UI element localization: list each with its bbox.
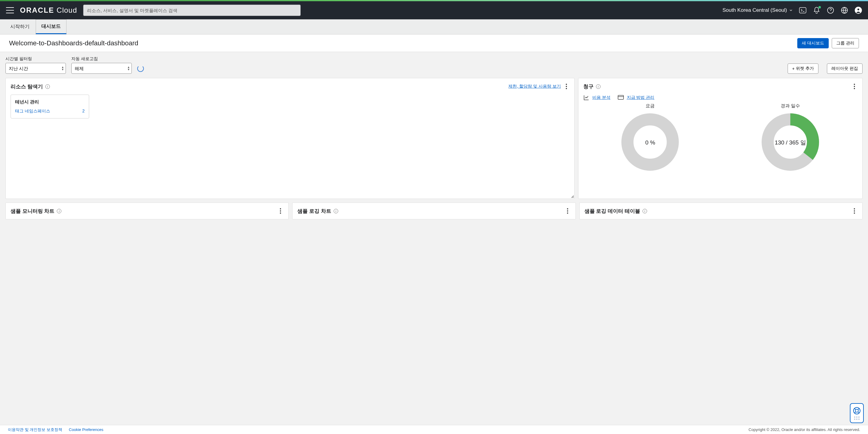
days-label: 경과 일수 (723, 103, 858, 109)
lower-widget-row: 샘플 모니터링 차트 i 샘플 로깅 차트 i 샘플 로깅 데이터 테이블 i (0, 203, 868, 223)
widget-menu-icon[interactable] (851, 207, 858, 215)
days-donut: 경과 일수 130 / 365 일 (723, 103, 858, 173)
widget-title: 샘플 로깅 데이터 테이블 (585, 208, 640, 215)
add-widget-button[interactable]: +위젯 추가 (787, 63, 818, 74)
auto-refresh-select[interactable]: 해제 (71, 63, 132, 74)
cloud-shell-icon[interactable] (799, 7, 806, 14)
payment-methods-link[interactable]: 지급 방법 관리 (627, 95, 655, 100)
info-icon[interactable]: i (45, 84, 50, 89)
info-icon[interactable]: i (596, 84, 600, 89)
info-icon[interactable]: i (334, 209, 338, 213)
page-title: Welcome-to-Dashboards-default-dashboard (9, 39, 797, 47)
info-icon[interactable]: i (643, 209, 647, 213)
widget-title: 샘플 로깅 차트 (298, 208, 331, 215)
global-search (83, 4, 301, 16)
new-dashboard-button[interactable]: 새 대시보드 (797, 38, 829, 49)
widget-title: 청구 (583, 83, 594, 90)
charge-label: 요금 (583, 103, 717, 109)
global-header: ORACLE Cloud South Korea Central (Seoul) (0, 1, 868, 19)
time-filter-control: 시간별 필터링 지난 시간 ▲▼ (5, 56, 66, 74)
cost-analysis-link[interactable]: 비용 분석 (592, 95, 611, 100)
svg-rect-5 (618, 95, 623, 99)
widget-menu-icon[interactable] (851, 83, 858, 90)
region-label: South Korea Central (Seoul) (722, 7, 787, 13)
days-value: 130 / 365 일 (775, 139, 806, 147)
plus-icon: + (792, 66, 795, 71)
widget-title: 리소스 탐색기 (10, 83, 43, 90)
header-icons (799, 7, 862, 14)
resource-explorer-widget: 리소스 탐색기 i 제한, 할당량 및 사용량 보기 테넌시 관리 태그 네임스… (5, 78, 575, 199)
tenancy-card: 테넌시 관리 태그 네임스페이스 2 (10, 95, 89, 119)
svg-point-4 (857, 8, 859, 10)
logging-chart-widget: 샘플 로깅 차트 i (292, 203, 576, 219)
user-avatar-icon[interactable] (855, 7, 862, 14)
logging-table-widget: 샘플 로깅 데이터 테이블 i (579, 203, 863, 219)
charge-donut: 요금 0 % (583, 103, 717, 173)
search-input[interactable] (83, 4, 301, 16)
chart-line-icon (583, 95, 589, 101)
info-icon[interactable]: i (57, 209, 61, 213)
oracle-cloud-logo[interactable]: ORACLE Cloud (20, 6, 77, 14)
manage-groups-button[interactable]: 그룹 관리 (832, 38, 859, 49)
tenancy-card-title: 테넌시 관리 (15, 99, 85, 105)
monitoring-chart-widget: 샘플 모니터링 차트 i (5, 203, 289, 219)
time-filter-label: 시간별 필터링 (5, 56, 66, 62)
menu-icon[interactable] (6, 7, 14, 13)
widget-grid: 리소스 탐색기 i 제한, 할당량 및 사용량 보기 테넌시 관리 태그 네임스… (0, 78, 868, 203)
time-filter-select[interactable]: 지난 시간 (5, 63, 66, 74)
resize-handle-icon[interactable]: ◢ (571, 194, 574, 198)
svg-rect-0 (799, 7, 806, 13)
edit-layout-button[interactable]: 레이아웃 편집 (827, 63, 863, 74)
billing-widget: 청구 i 비용 분석 지급 방법 관리 요금 0 % 경과 일수 (578, 78, 863, 199)
nav-tabs: 시작하기 대시보드 (0, 19, 868, 34)
logo-light: Cloud (57, 6, 77, 14)
notifications-icon[interactable] (813, 7, 820, 14)
widget-title: 샘플 모니터링 차트 (10, 208, 54, 215)
title-bar: Welcome-to-Dashboards-default-dashboard … (0, 34, 868, 52)
limits-quotas-link[interactable]: 제한, 할당량 및 사용량 보기 (508, 84, 561, 89)
notification-dot (818, 6, 821, 8)
credit-card-icon (618, 95, 624, 100)
help-icon[interactable] (827, 7, 834, 14)
region-selector[interactable]: South Korea Central (Seoul) (722, 7, 793, 13)
tag-namespace-link[interactable]: 태그 네임스페이스 (15, 108, 50, 114)
chevron-down-icon (789, 8, 793, 12)
dashboard-controls: 시간별 필터링 지난 시간 ▲▼ 자동 새로고침 해제 ▲▼ +위젯 추가 레이… (0, 52, 868, 78)
charge-value: 0 % (645, 139, 655, 146)
globe-icon[interactable] (841, 7, 848, 14)
auto-refresh-control: 자동 새로고침 해제 ▲▼ (71, 56, 132, 74)
widget-menu-icon[interactable] (563, 83, 569, 90)
tag-namespace-count: 2 (82, 108, 85, 114)
refresh-icon[interactable] (137, 65, 144, 72)
auto-refresh-label: 자동 새로고침 (71, 56, 132, 62)
logo-bold: ORACLE (20, 6, 54, 14)
tab-get-started[interactable]: 시작하기 (4, 19, 36, 34)
widget-menu-icon[interactable] (277, 207, 283, 215)
widget-menu-icon[interactable] (564, 207, 570, 215)
tab-dashboard[interactable]: 대시보드 (36, 19, 66, 34)
